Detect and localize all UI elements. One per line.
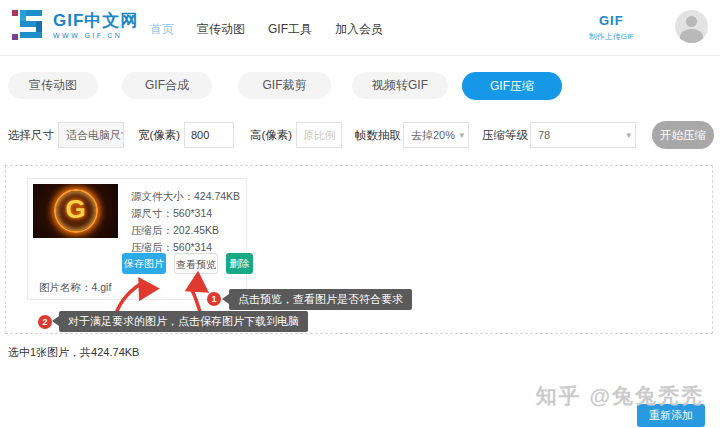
re-add-button[interactable]: 重新添加 <box>637 404 705 427</box>
gif-result-card: G 源文件大小：424.74KB 源尺寸：560*314 压缩后：202.45K… <box>27 178 247 300</box>
nav-item-promo-gif[interactable]: 宣传动图 <box>197 21 245 38</box>
preview-button[interactable]: 查看预览 <box>174 253 218 274</box>
tooltip-arrow <box>52 316 59 326</box>
frames-select-value: 去掉20% <box>411 129 455 141</box>
chevron-down-icon: ▾ <box>626 123 631 147</box>
main-nav: 首页 宣传动图 GIF工具 加入会员 <box>150 21 383 38</box>
image-name-label: 图片名称：4.gif <box>39 281 111 295</box>
gif-compress-page: GIF中文网 WWW.GIF.CN 首页 宣传动图 GIF工具 加入会员 GIF… <box>0 0 720 428</box>
logo-subtitle: WWW.GIF.CN <box>53 32 138 39</box>
start-compress-button[interactable]: 开始压缩 <box>652 121 714 149</box>
size-select[interactable]: 适合电脑尺寸 ▾ <box>58 122 124 148</box>
tooltip-arrow <box>222 294 229 304</box>
maker-subtitle: 制作上传GIF <box>589 31 634 42</box>
frames-label: 帧数抽取 <box>355 128 401 143</box>
nav-item-join-member[interactable]: 加入会员 <box>335 21 383 38</box>
save-image-button[interactable]: 保存图片 <box>122 253 166 274</box>
compress-info: 源文件大小：424.74KB 源尺寸：560*314 压缩后：202.45KB … <box>131 188 240 256</box>
chevron-down-icon: ▾ <box>114 123 119 147</box>
tab-video-to-gif[interactable]: 视频转GIF <box>352 72 448 99</box>
nav-item-gif-tools[interactable]: GIF工具 <box>268 21 312 38</box>
selection-summary: 选中1张图片，共424.74KB <box>8 345 139 360</box>
info-compressed-size: 压缩后：202.45KB <box>131 222 240 239</box>
width-input[interactable] <box>184 122 234 148</box>
level-select-value: 78 <box>538 129 550 141</box>
maker-upload-link[interactable]: GIF 制作上传GIF <box>589 13 634 42</box>
logo-title: GIF中文网 <box>53 11 138 30</box>
gif-thumbnail[interactable]: G <box>33 184 118 238</box>
delete-button[interactable]: 删除 <box>226 253 253 274</box>
tab-gif-compress[interactable]: GIF压缩 <box>462 72 562 100</box>
info-source-dims: 源尺寸：560*314 <box>131 205 240 222</box>
gif-logo-icon <box>12 10 46 40</box>
info-source-size: 源文件大小：424.74KB <box>131 188 240 205</box>
annotation-tooltip-1: 点击预览，查看图片是否符合要求 <box>229 289 412 310</box>
level-label: 压缩等级 <box>482 128 528 143</box>
chevron-down-icon: ▾ <box>459 123 464 147</box>
height-input[interactable] <box>296 122 342 148</box>
width-label: 宽(像素) <box>138 128 180 143</box>
size-label: 选择尺寸 <box>8 128 54 143</box>
frames-select[interactable]: 去掉20% ▾ <box>403 122 469 148</box>
step-badge-1: 1 <box>207 292 221 306</box>
annotation-tooltip-2: 对于满足要求的图片，点击保存图片下载到电脑 <box>59 311 308 332</box>
step-badge-2: 2 <box>38 315 52 329</box>
tab-gif-crop[interactable]: GIF裁剪 <box>238 72 331 99</box>
fire-letter-graphic: G <box>33 194 118 225</box>
site-logo[interactable]: GIF中文网 WWW.GIF.CN <box>12 10 138 40</box>
header: GIF中文网 WWW.GIF.CN 首页 宣传动图 GIF工具 加入会员 GIF… <box>0 0 720 56</box>
tab-promo-gif[interactable]: 宣传动图 <box>8 72 98 99</box>
level-select[interactable]: 78 ▾ <box>530 122 636 148</box>
user-avatar-icon[interactable] <box>675 10 708 43</box>
nav-item-home[interactable]: 首页 <box>150 21 174 38</box>
logo-text: GIF中文网 WWW.GIF.CN <box>53 11 138 39</box>
height-label: 高(像素) <box>250 128 292 143</box>
tab-gif-merge[interactable]: GIF合成 <box>122 72 212 99</box>
maker-title: GIF <box>589 13 634 28</box>
